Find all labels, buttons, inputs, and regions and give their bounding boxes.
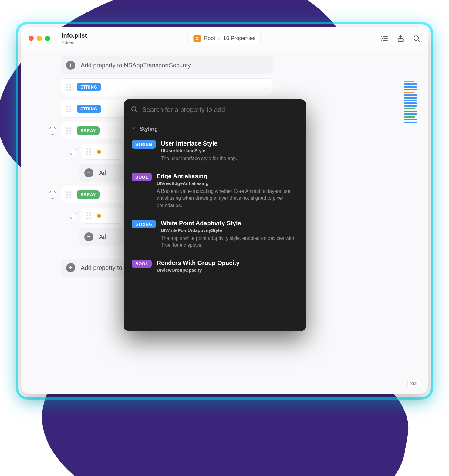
popup-item-title: White Point Adaptivity Style (161, 220, 298, 227)
add-label: Add property to NSAppTransportSecurity (81, 62, 191, 69)
popup-search-input[interactable] (142, 106, 299, 114)
titlebar: Info.plist Edited D Root › 16 Properties (21, 27, 428, 50)
breadcrumb-type-icon: D (193, 35, 201, 42)
search-icon (130, 106, 138, 114)
toolbar-right (381, 35, 420, 42)
search-icon[interactable] (413, 35, 420, 42)
share-icon[interactable] (397, 35, 405, 42)
type-badge: BOOL (132, 173, 152, 181)
add-property-nsats[interactable]: + Add property to NSAppTransportSecurity (61, 56, 273, 74)
property-row-child[interactable] (81, 208, 123, 224)
svg-line-10 (136, 111, 137, 112)
popup-item[interactable]: STRING User Interface Style UIUserInterf… (127, 135, 302, 167)
type-badge-array: ARRAY (77, 190, 100, 199)
disclosure-toggle[interactable]: › (70, 149, 76, 155)
drag-handle-icon[interactable] (66, 191, 71, 198)
popup-item-key: UIViewEdgeAntialiasing (157, 181, 298, 186)
svg-point-4 (383, 38, 383, 39)
xml-format-badge[interactable]: XML (407, 380, 421, 387)
plus-icon: + (84, 232, 93, 241)
minimize-button[interactable] (37, 36, 42, 41)
breadcrumb-root[interactable]: Root (204, 35, 215, 42)
add-label: Ad (99, 169, 106, 176)
property-picker-popup: Styling STRING User Interface Style UIUs… (124, 99, 306, 331)
type-badge: STRING (132, 140, 156, 149)
popup-list: STRING User Interface Style UIUserInterf… (124, 135, 306, 331)
type-badge: STRING (132, 220, 156, 228)
popup-item[interactable]: BOOL Renders With Group Opacity UIViewGr… (127, 255, 302, 279)
type-badge-dict (97, 150, 101, 154)
popup-search-bar (124, 99, 306, 120)
popup-item-desc: The user interface style for the app. (161, 155, 298, 162)
svg-line-8 (418, 40, 420, 41)
svg-point-3 (382, 36, 382, 36)
disclosure-toggle[interactable]: › (70, 213, 76, 219)
outline-icon[interactable] (381, 35, 389, 42)
breadcrumb-count[interactable]: 16 Properties (223, 35, 255, 42)
chevron-right-icon: › (218, 35, 220, 42)
drag-handle-icon[interactable] (66, 84, 71, 91)
svg-point-5 (382, 40, 382, 40)
plus-icon: + (84, 168, 93, 177)
popup-item-desc: A Boolean value indicating whether Core … (157, 188, 298, 209)
drag-handle-icon[interactable] (86, 148, 91, 155)
type-badge-string: STRING (77, 105, 101, 113)
drag-handle-icon[interactable] (66, 127, 71, 134)
zoom-button[interactable] (45, 36, 50, 41)
popup-section-header[interactable]: Styling (124, 120, 306, 135)
minimap[interactable] (404, 81, 422, 123)
traffic-lights (29, 36, 50, 41)
popup-item[interactable]: BOOL Edge Antialiasing UIViewEdgeAntiali… (127, 168, 302, 214)
disclosure-toggle[interactable]: ⌄ (49, 191, 56, 199)
popup-section-label: Styling (140, 126, 158, 132)
property-row-child[interactable] (81, 144, 123, 160)
chevron-down-icon (131, 126, 136, 132)
type-badge: BOOL (132, 260, 152, 268)
popup-item-key: UIWhitePointAdaptivityStyle (161, 228, 298, 233)
title-block: Info.plist Edited (62, 32, 87, 45)
popup-item-key: UIUserInterfaceStyle (161, 148, 298, 153)
popup-item-title: Renders With Group Opacity (157, 260, 298, 266)
popup-item-key: UIViewGroupOpacity (157, 267, 298, 273)
popup-item-title: Edge Antialiasing (157, 173, 298, 180)
svg-point-7 (414, 36, 418, 40)
popup-item-desc: The app's white point adaptivity style, … (161, 235, 298, 249)
document-status: Edited (62, 40, 87, 45)
breadcrumb[interactable]: D Root › 16 Properties (188, 32, 261, 45)
plus-icon: + (66, 263, 75, 272)
type-badge-string: STRING (77, 83, 101, 91)
add-label: Ad (99, 233, 106, 240)
drag-handle-icon[interactable] (66, 106, 71, 112)
popup-item[interactable]: STRING White Point Adaptivity Style UIWh… (127, 215, 302, 253)
type-badge-array: ARRAY (77, 126, 100, 135)
drag-handle-icon[interactable] (86, 212, 91, 219)
popup-item-title: User Interface Style (161, 140, 298, 147)
document-title: Info.plist (62, 32, 87, 39)
svg-point-9 (132, 107, 136, 111)
disclosure-toggle[interactable]: ⌄ (49, 127, 56, 135)
plus-icon: + (66, 61, 75, 70)
type-badge-dict (97, 214, 101, 218)
close-button[interactable] (29, 36, 34, 41)
property-row-string[interactable]: STRING (61, 78, 273, 96)
